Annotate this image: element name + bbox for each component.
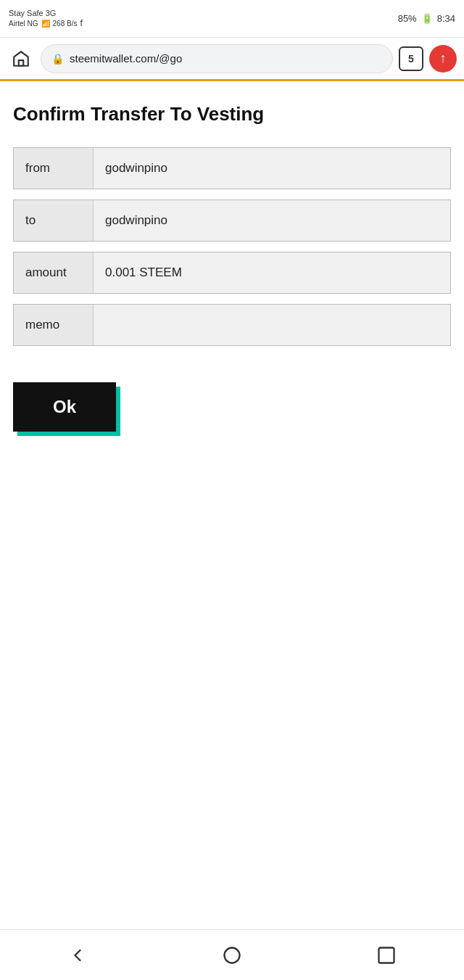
ok-button-wrapper: Ok [13, 382, 116, 432]
svg-rect-0 [19, 60, 24, 66]
update-button[interactable]: ↑ [429, 45, 457, 73]
page-content: Confirm Transfer To Vesting from godwinp… [0, 81, 464, 446]
battery-label: 85% [398, 13, 417, 24]
form-fields: from godwinpino to godwinpino amount 0.0… [13, 147, 451, 346]
address-bar[interactable]: 🔒 steemitwallet.com/@go [41, 44, 393, 73]
carrier-info: Stay Safe 3G Airtel NG 📶 268 B/s f [9, 8, 83, 30]
url-text: steemitwallet.com/@go [70, 52, 382, 65]
home-button[interactable] [7, 45, 35, 73]
back-icon [67, 945, 88, 965]
status-right: 85% 🔋 8:34 [398, 13, 455, 24]
to-value: godwinpino [94, 200, 450, 241]
svg-point-1 [224, 947, 239, 963]
svg-rect-2 [379, 947, 394, 963]
from-label: from [14, 148, 94, 189]
memo-row: memo [13, 304, 451, 346]
network-label: Airtel NG [9, 19, 38, 28]
tab-count-label: 5 [408, 53, 414, 65]
stay-safe-label: Stay Safe 3G [9, 8, 83, 18]
recents-icon [376, 945, 397, 965]
recents-button[interactable] [368, 937, 405, 973]
bottom-nav [0, 929, 464, 980]
from-value: godwinpino [94, 148, 450, 189]
memo-value [94, 305, 450, 345]
facebook-icon: f [80, 18, 82, 30]
speed-label: 268 B/s [53, 19, 78, 28]
amount-value: 0.001 STEEM [94, 252, 450, 293]
page-title: Confirm Transfer To Vesting [13, 103, 451, 125]
memo-label: memo [14, 305, 94, 345]
amount-row: amount 0.001 STEEM [13, 252, 451, 294]
home-icon [12, 49, 30, 68]
battery-icon: 🔋 [421, 13, 433, 24]
browser-bar: 🔒 steemitwallet.com/@go 5 ↑ [0, 38, 464, 81]
from-row: from godwinpino [13, 147, 451, 189]
to-label: to [14, 200, 94, 241]
back-button[interactable] [59, 937, 96, 973]
network-speed: Airtel NG 📶 268 B/s f [9, 18, 83, 30]
ok-button[interactable]: Ok [13, 382, 116, 432]
status-bar: Stay Safe 3G Airtel NG 📶 268 B/s f 85% 🔋… [0, 0, 464, 38]
signal-icon: 📶 [41, 19, 50, 28]
lock-icon: 🔒 [51, 53, 64, 65]
upload-icon: ↑ [440, 51, 447, 66]
home-nav-icon [222, 945, 242, 965]
tab-counter[interactable]: 5 [399, 46, 423, 71]
to-row: to godwinpino [13, 199, 451, 242]
home-nav-button[interactable] [214, 937, 250, 973]
amount-label: amount [14, 252, 94, 293]
time-label: 8:34 [437, 13, 455, 24]
